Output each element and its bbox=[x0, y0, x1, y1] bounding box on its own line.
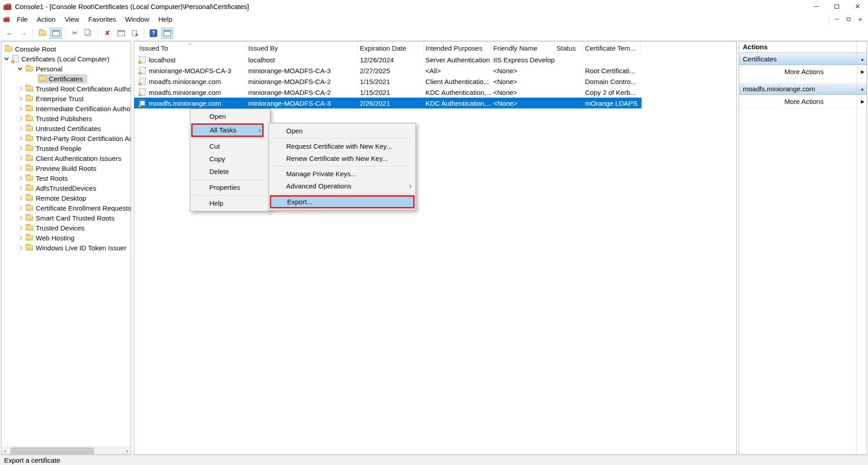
table-row-selected[interactable]: moadfs.miniorange.com miniorange-MOADFS-… bbox=[134, 98, 642, 108]
tree-item-intermediate-certification-authorities[interactable]: Intermediate Certification Autho bbox=[1, 103, 131, 113]
submenu-item-manage-private-keys[interactable]: Manage Private Keys... bbox=[269, 168, 415, 180]
more-actions-certificates[interactable]: More Actions▶ bbox=[739, 65, 867, 79]
tree-item-trusted-devices[interactable]: Trusted Devices bbox=[1, 223, 131, 233]
tree-item-untrusted-certificates[interactable]: Untrusted Certificates bbox=[1, 123, 131, 133]
maximize-button[interactable] bbox=[826, 0, 847, 13]
tree-item-windows-live-id-token-issuer[interactable]: Windows Live ID Token Issuer bbox=[1, 243, 131, 253]
column-header-friendly-name[interactable]: Friendly Name bbox=[491, 42, 555, 54]
tree-item-smart-card-trusted-roots[interactable]: Smart Card Trusted Roots bbox=[1, 213, 131, 223]
table-row[interactable]: localhost localhost 12/26/2024 Server Au… bbox=[134, 54, 642, 65]
column-header-expiration-date[interactable]: Expiration Date bbox=[358, 42, 424, 54]
tree-item-remote-desktop[interactable]: Remote Desktop bbox=[1, 193, 131, 203]
actions-section-certificates[interactable]: Certificates▲ bbox=[739, 53, 867, 65]
delete-button[interactable]: ✘ bbox=[101, 28, 113, 39]
mdi-restore-button[interactable] bbox=[843, 15, 854, 24]
scrollbar-thumb[interactable] bbox=[10, 447, 94, 454]
chevron-down-icon[interactable] bbox=[5, 56, 9, 61]
context-menu-item-delete[interactable]: Delete bbox=[190, 165, 270, 178]
table-row[interactable]: miniorange-MOADFS-CA-3 miniorange-MOADFS… bbox=[134, 65, 642, 76]
menu-view[interactable]: View bbox=[60, 14, 84, 25]
export-list-button[interactable] bbox=[128, 28, 141, 39]
cut-button[interactable]: ✂ bbox=[69, 28, 81, 39]
chevron-right-icon[interactable] bbox=[18, 225, 23, 230]
toolbar-separator bbox=[144, 28, 144, 38]
chevron-right-icon[interactable] bbox=[18, 106, 23, 111]
chevron-right-icon[interactable] bbox=[18, 156, 23, 160]
column-header-issued-by[interactable]: Issued By bbox=[246, 42, 358, 54]
menu-action[interactable]: Action bbox=[32, 14, 60, 25]
chevron-right-icon[interactable] bbox=[18, 196, 23, 200]
scroll-right-button[interactable]: › bbox=[123, 447, 131, 454]
minimize-button[interactable] bbox=[806, 0, 826, 13]
menu-file[interactable]: File bbox=[12, 14, 32, 25]
table-row[interactable]: moadfs.miniorange.com miniorange-MOADFS-… bbox=[134, 76, 642, 87]
close-button[interactable]: × bbox=[847, 0, 868, 13]
tree-item-test-roots[interactable]: Test Roots bbox=[1, 173, 131, 183]
collapse-icon[interactable]: ▲ bbox=[860, 53, 864, 65]
tree-item-web-hosting[interactable]: Web Hosting bbox=[1, 233, 131, 243]
column-header-issued-to[interactable]: Issued To bbox=[134, 42, 246, 54]
submenu-item-request-certificate[interactable]: Request Certificate with New Key... bbox=[269, 140, 415, 152]
show-action-pane-button[interactable] bbox=[161, 28, 173, 39]
tree-item-certificates[interactable]: Certificates bbox=[1, 74, 131, 84]
column-header-intended-purposes[interactable]: Intended Purposes bbox=[424, 42, 491, 54]
copy-button[interactable] bbox=[82, 28, 94, 39]
submenu-item-renew-certificate[interactable]: Renew Certificate with New Key... bbox=[269, 152, 415, 164]
actions-section-moadfs[interactable]: moadfs.miniorange.com▲ bbox=[739, 83, 867, 95]
chevron-right-icon[interactable] bbox=[18, 216, 23, 220]
tree-item-third-party-root-certification-authorities[interactable]: Third-Party Root Certification Au bbox=[1, 133, 131, 143]
column-header-status[interactable]: Status bbox=[555, 42, 583, 54]
tree-item-trusted-publishers[interactable]: Trusted Publishers bbox=[1, 113, 131, 123]
mdi-close-button[interactable]: × bbox=[854, 15, 866, 24]
menu-help[interactable]: Help bbox=[154, 14, 177, 25]
chevron-right-icon[interactable] bbox=[18, 186, 23, 190]
chevron-right-icon[interactable] bbox=[18, 146, 23, 150]
context-menu-item-cut[interactable]: Cut bbox=[190, 140, 270, 153]
tree-item-personal[interactable]: Personal bbox=[1, 64, 131, 74]
collapse-icon[interactable]: ▲ bbox=[860, 83, 864, 95]
menu-window[interactable]: Window bbox=[121, 14, 154, 25]
tree-item-adfstrusteddevices[interactable]: AdfsTrustedDevices bbox=[1, 183, 131, 193]
submenu-item-advanced-operations[interactable]: Advanced Operations› bbox=[269, 180, 415, 192]
submenu-item-open[interactable]: Open bbox=[269, 125, 415, 137]
tree-item-certificates-local-computer[interactable]: Certificates (Local Computer) bbox=[1, 54, 131, 64]
chevron-right-icon[interactable] bbox=[18, 245, 23, 250]
tree-item-enterprise-trust[interactable]: Enterprise Trust bbox=[1, 94, 131, 103]
chevron-right-icon[interactable] bbox=[18, 136, 23, 141]
chevron-right-icon[interactable] bbox=[18, 126, 23, 131]
context-menu-item-all-tasks[interactable]: All Tasks› bbox=[193, 125, 262, 136]
scroll-left-button[interactable]: ‹ bbox=[1, 447, 9, 454]
tree-item-console-root[interactable]: Console Root bbox=[1, 44, 131, 54]
chevron-down-icon[interactable] bbox=[18, 66, 23, 70]
help-button[interactable]: ? bbox=[147, 28, 160, 39]
chevron-right-icon[interactable] bbox=[18, 206, 23, 210]
column-header-certificate-template[interactable]: Certificate Tem... bbox=[583, 42, 641, 54]
properties-button[interactable] bbox=[115, 28, 127, 39]
submenu-item-export[interactable]: Export... bbox=[271, 197, 413, 207]
context-menu-item-help[interactable]: Help bbox=[190, 197, 270, 210]
navigate-back-button[interactable]: ← bbox=[4, 28, 16, 39]
tree-item-trusted-people[interactable]: Trusted People bbox=[1, 143, 131, 153]
chevron-right-icon[interactable] bbox=[18, 166, 23, 170]
chevron-right-icon[interactable] bbox=[18, 86, 23, 91]
tree-item-preview-build-roots[interactable]: Preview Build Roots bbox=[1, 163, 131, 173]
context-menu-item-properties[interactable]: Properties bbox=[190, 181, 270, 194]
tree-item-trusted-root-certification-authorities[interactable]: Trusted Root Certification Autho bbox=[1, 84, 131, 94]
show-console-tree-button[interactable] bbox=[50, 28, 62, 39]
up-one-level-button[interactable] bbox=[36, 28, 48, 39]
tree-item-certificate-enrollment-requests[interactable]: Certificate Enrollment Requests bbox=[1, 203, 131, 213]
chevron-right-icon[interactable] bbox=[18, 96, 23, 101]
mdi-minimize-button[interactable] bbox=[831, 15, 843, 24]
menu-favorites[interactable]: Favorites bbox=[84, 14, 121, 25]
more-actions-moadfs[interactable]: More Actions▶ bbox=[739, 95, 867, 108]
horizontal-scrollbar[interactable]: ‹ › bbox=[1, 446, 131, 454]
folder-icon bbox=[26, 96, 33, 101]
context-menu-item-open[interactable]: Open bbox=[190, 110, 270, 123]
navigate-forward-button[interactable]: → bbox=[17, 28, 29, 39]
chevron-right-icon[interactable] bbox=[18, 116, 23, 121]
chevron-right-icon[interactable] bbox=[18, 176, 23, 180]
tree-item-client-authentication-issuers[interactable]: Client Authentication Issuers bbox=[1, 153, 131, 163]
chevron-right-icon[interactable] bbox=[18, 235, 23, 240]
context-menu-item-copy[interactable]: Copy bbox=[190, 153, 270, 165]
table-row[interactable]: moadfs.miniorange.com miniorange-MOADFS-… bbox=[134, 87, 642, 98]
